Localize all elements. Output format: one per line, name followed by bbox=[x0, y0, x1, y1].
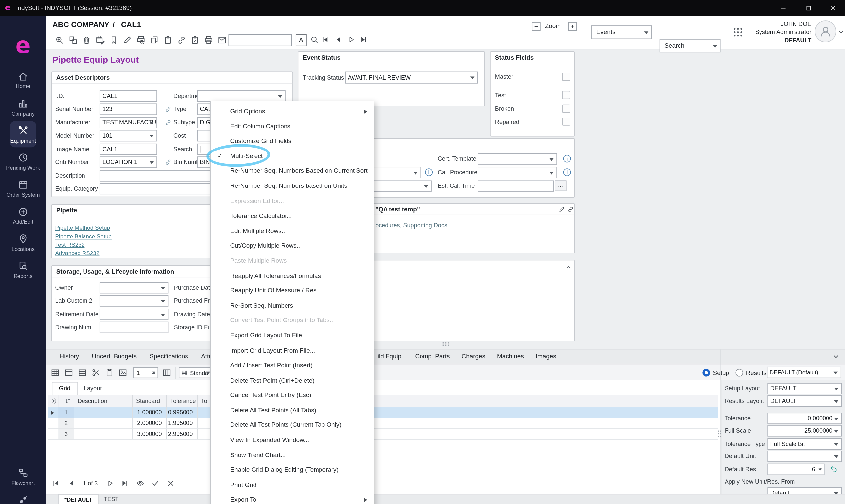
cal-procedure-select[interactable] bbox=[478, 167, 557, 178]
description-cell[interactable] bbox=[74, 407, 133, 417]
first-page-icon[interactable] bbox=[52, 479, 60, 487]
next-page-icon[interactable] bbox=[105, 479, 114, 487]
menu-item[interactable]: Edit Multiple Rows... bbox=[211, 223, 374, 238]
tolerance-cell[interactable]: 2.995000 bbox=[167, 429, 198, 439]
department-select[interactable] bbox=[197, 90, 285, 102]
copy-icon[interactable] bbox=[149, 34, 159, 46]
image-icon[interactable] bbox=[118, 367, 128, 378]
print-icon[interactable] bbox=[203, 34, 213, 46]
section-tab[interactable]: Uncert. Budgets bbox=[92, 353, 137, 360]
retirement-select[interactable] bbox=[100, 309, 168, 320]
standard-dropdown[interactable]: Standa bbox=[179, 367, 214, 378]
pipette-link[interactable]: Test RS232 bbox=[55, 241, 85, 248]
menu-item[interactable]: Export Grid Layout To File... bbox=[211, 328, 374, 343]
grid-page-tab[interactable]: *DEFAULT bbox=[58, 494, 98, 504]
column-header[interactable]: Tolerance bbox=[167, 395, 198, 407]
menu-item[interactable]: Print Grid bbox=[211, 478, 374, 492]
full-scale-input[interactable]: 25.000000 bbox=[768, 425, 842, 436]
first-record-icon[interactable] bbox=[321, 35, 329, 44]
row-expander-icon[interactable] bbox=[48, 407, 58, 417]
zoom-in-icon[interactable] bbox=[54, 34, 65, 46]
menu-item[interactable]: Add / Insert Test Point (Insert) bbox=[211, 358, 374, 373]
sidebar-item[interactable]: Home bbox=[0, 67, 46, 94]
owner-select[interactable] bbox=[100, 282, 168, 293]
minimize-button[interactable] bbox=[771, 0, 795, 16]
id-input[interactable]: CAL1 bbox=[100, 90, 157, 102]
menu-item[interactable]: Cut/Copy Multiple Rows... bbox=[211, 239, 374, 253]
link-icon[interactable] bbox=[567, 206, 574, 213]
delete-icon[interactable] bbox=[81, 34, 91, 46]
calendar-edit-icon[interactable] bbox=[95, 34, 105, 46]
description-cell[interactable] bbox=[74, 418, 133, 428]
link-icon[interactable] bbox=[176, 34, 186, 46]
auto-filter-toggle[interactable]: A bbox=[296, 34, 307, 46]
setup-radio-label[interactable]: Setup bbox=[713, 368, 729, 377]
zoom-in-button[interactable]: + bbox=[568, 22, 577, 31]
section-tab[interactable]: Machines bbox=[497, 353, 524, 360]
paste-icon[interactable] bbox=[162, 34, 173, 46]
section-tab[interactable]: Images bbox=[536, 353, 556, 360]
table-icon[interactable] bbox=[50, 367, 60, 378]
tolerance-cell[interactable]: 1.995000 bbox=[167, 418, 198, 428]
sidebar-item[interactable]: Locations bbox=[0, 229, 46, 256]
standard-cell[interactable]: 2.000000 bbox=[133, 418, 167, 428]
menu-item[interactable]: Show Trend Chart... bbox=[211, 448, 374, 463]
status-checkbox[interactable] bbox=[562, 118, 570, 126]
column-header[interactable]: Standard bbox=[133, 395, 167, 407]
serial-input[interactable]: 123 bbox=[100, 103, 157, 114]
row-number-cell[interactable]: 2 bbox=[58, 418, 74, 428]
grid-row[interactable]: 3 3.000000 2.995000 bbox=[48, 429, 718, 440]
collapse-icon[interactable] bbox=[565, 264, 572, 271]
section-tab[interactable]: ild Equip. bbox=[378, 353, 403, 360]
grid-row[interactable]: 1 1.000000 0.995000 bbox=[48, 407, 718, 418]
menu-item[interactable]: View In Expanded Window... bbox=[211, 433, 374, 448]
link-icon[interactable] bbox=[165, 159, 172, 166]
section-tab[interactable]: Charges bbox=[462, 353, 485, 360]
cert-template-select[interactable] bbox=[478, 153, 557, 164]
confirm-icon[interactable] bbox=[151, 479, 159, 487]
search-icon[interactable] bbox=[310, 35, 319, 47]
row-number-cell[interactable]: 1 bbox=[58, 407, 74, 417]
status-checkbox[interactable] bbox=[562, 72, 570, 80]
sidebar-item[interactable]: Equip. Links bbox=[0, 490, 46, 504]
paste-icon[interactable] bbox=[104, 367, 114, 378]
section-tab[interactable]: Specifications bbox=[149, 353, 188, 360]
grid-tab[interactable]: Layout bbox=[77, 382, 108, 395]
print-preview-icon[interactable] bbox=[135, 34, 146, 46]
menu-item[interactable]: Expression Editor... bbox=[211, 194, 374, 209]
menu-item[interactable]: Tolerance Calculator... bbox=[211, 209, 374, 223]
previous-page-icon[interactable] bbox=[67, 479, 75, 487]
bookmark-icon[interactable] bbox=[108, 34, 119, 46]
pipette-link[interactable]: Pipette Balance Setup bbox=[55, 233, 111, 239]
last-record-icon[interactable] bbox=[360, 35, 368, 44]
close-button[interactable] bbox=[821, 0, 845, 16]
status-checkbox[interactable] bbox=[562, 91, 570, 100]
menu-item[interactable]: Convert Test Point Groups into Tabs... bbox=[211, 313, 374, 328]
maximize-button[interactable] bbox=[796, 0, 821, 16]
edit-icon[interactable] bbox=[122, 34, 132, 46]
sidebar-item[interactable]: Flowchart bbox=[0, 463, 46, 490]
lab-custom2-select[interactable] bbox=[100, 295, 168, 306]
menu-item[interactable]: Enable Grid Dialog Editing (Temporary) bbox=[211, 463, 374, 478]
tracking-status-select[interactable]: AWAIT. FINAL REVIEW bbox=[345, 72, 478, 84]
setup-layout-select[interactable]: DEFAULT bbox=[768, 383, 842, 394]
default-unit-select[interactable] bbox=[768, 451, 842, 462]
avatar[interactable] bbox=[815, 20, 837, 42]
row-number-cell[interactable]: 3 bbox=[58, 429, 74, 439]
results-layout-select[interactable]: DEFAULT bbox=[768, 395, 842, 407]
previous-record-icon[interactable] bbox=[334, 35, 342, 44]
layout-default-select[interactable]: DEFAULT (Default) bbox=[767, 367, 841, 378]
user-chevron-down-icon[interactable] bbox=[838, 28, 844, 38]
grid-row[interactable]: 2 2.000000 1.995000 bbox=[48, 418, 718, 429]
link-icon[interactable] bbox=[165, 106, 172, 112]
mail-icon[interactable] bbox=[217, 34, 227, 46]
last-page-icon[interactable] bbox=[121, 479, 129, 487]
menu-item[interactable]: Cancel Test Point Entry (Esc) bbox=[211, 388, 374, 403]
menu-item[interactable]: Import Grid Layout From File... bbox=[211, 343, 374, 358]
sidebar-item[interactable]: Add/Edit bbox=[0, 202, 46, 229]
zoom-out-button[interactable]: − bbox=[532, 22, 540, 31]
menu-item[interactable]: Re-Number Seq. Numbers based on Units bbox=[211, 179, 374, 193]
preview-eye-icon[interactable] bbox=[136, 479, 144, 487]
menu-item[interactable]: Delete All Test Points (All Tabs) bbox=[211, 403, 374, 418]
manufacturer-select[interactable]: TEST MANUFACTU bbox=[100, 117, 157, 128]
